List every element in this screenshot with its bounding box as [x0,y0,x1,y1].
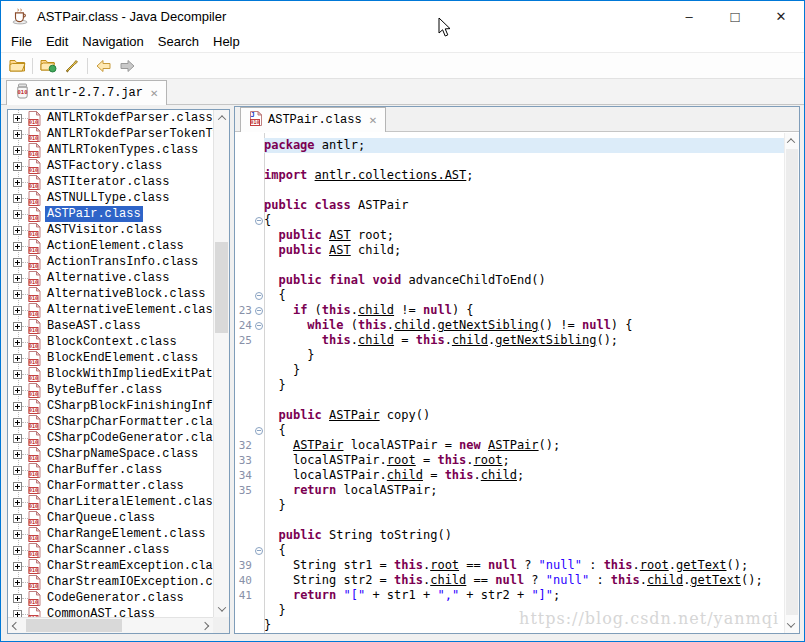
expand-plus-icon[interactable] [13,290,22,299]
tree-item[interactable]: 010CharStreamIOException.cl [8,574,213,590]
maximize-button[interactable]: □ [712,1,758,31]
expand-plus-icon[interactable] [13,178,22,187]
fold-collapse-icon[interactable] [255,217,263,225]
tree-item[interactable]: 010ANTLRTokdefParser.class [8,110,213,126]
close-icon[interactable]: ✕ [150,88,158,99]
tree-item[interactable]: 010CharLiteralElement.class [8,494,213,510]
tree-item[interactable]: 010CharFormatter.class [8,478,213,494]
scrollbar-thumb[interactable] [786,149,798,615]
forward-icon[interactable] [115,55,139,77]
menu-item-search[interactable]: Search [151,32,206,51]
expand-plus-icon[interactable] [13,386,22,395]
tree-item[interactable]: 010ASTFactory.class [8,158,213,174]
expand-plus-icon[interactable] [13,370,22,379]
tree-item[interactable]: 010BlockWithImpliedExitPath [8,366,213,382]
expand-plus-icon[interactable] [13,594,22,603]
expand-plus-icon[interactable] [13,546,22,555]
fold-collapse-icon[interactable] [255,427,263,435]
tree-item[interactable]: 010AlternativeBlock.class [8,286,213,302]
expand-plus-icon[interactable] [13,562,22,571]
scrollbar-thumb[interactable] [26,619,122,632]
tree-item[interactable]: 010ANTLRTokdefParserTokenTy [8,126,213,142]
scroll-up-icon[interactable] [214,110,230,126]
expand-plus-icon[interactable] [13,610,22,618]
tree-item[interactable]: 010CharScanner.class [8,542,213,558]
scroll-down-icon[interactable] [783,617,799,633]
expand-plus-icon[interactable] [13,274,22,283]
expand-plus-icon[interactable] [13,146,22,155]
fold-collapse-icon[interactable] [255,547,263,555]
expand-plus-icon[interactable] [13,530,22,539]
tree-item[interactable]: 010ANTLRTokenTypes.class [8,142,213,158]
code-editor[interactable]: package antlr;import antlr.collections.A… [235,133,799,633]
expand-plus-icon[interactable] [13,322,22,331]
search-icon[interactable] [60,55,84,77]
expand-plus-icon[interactable] [13,226,22,235]
tree-vertical-scrollbar[interactable] [213,110,229,617]
tree-item[interactable]: 010CodeGenerator.class [8,590,213,606]
tree-item[interactable]: 010CSharpCodeGenerator.clas [8,430,213,446]
open-type-icon[interactable] [36,55,60,77]
scroll-right-icon[interactable] [197,618,213,634]
fold-collapse-icon[interactable] [255,322,263,330]
expand-plus-icon[interactable] [13,418,22,427]
close-button[interactable]: ✕ [758,1,804,31]
tree-item[interactable]: 010BlockContext.class [8,334,213,350]
expand-plus-icon[interactable] [13,130,22,139]
close-icon[interactable]: ✕ [369,115,377,126]
tree-item[interactable]: 010CSharpCharFormatter.clas [8,414,213,430]
scroll-down-icon[interactable] [214,601,230,617]
tree-item[interactable]: 010CSharpBlockFinishingInfo [8,398,213,414]
tree-item[interactable]: 010ASTNULLType.class [8,190,213,206]
expand-plus-icon[interactable] [13,242,22,251]
scrollbar-thumb[interactable] [215,242,228,333]
fold-collapse-icon[interactable] [255,307,263,315]
tree-item[interactable]: 010BaseAST.class [8,318,213,334]
menu-item-navigation[interactable]: Navigation [75,32,150,51]
expand-plus-icon[interactable] [13,306,22,315]
expand-plus-icon[interactable] [13,338,22,347]
tree-item[interactable]: 010AlternativeElement.class [8,302,213,318]
back-icon[interactable] [91,55,115,77]
menu-item-help[interactable]: Help [206,32,247,51]
tree-item[interactable]: 010Alternative.class [8,270,213,286]
tree-item[interactable]: 010CharRangeElement.class [8,526,213,542]
expand-plus-icon[interactable] [13,466,22,475]
tree-item[interactable]: 010CharStreamException.clas [8,558,213,574]
expand-plus-icon[interactable] [13,514,22,523]
tab-astpair-class[interactable]: 010 J ASTPair.class ✕ [240,107,386,132]
tree-item[interactable]: 010BlockEndElement.class [8,350,213,366]
tree-item[interactable]: 010ASTPair.class [8,206,213,222]
menu-item-file[interactable]: File [4,32,39,51]
expand-plus-icon[interactable] [13,114,22,123]
fold-collapse-icon[interactable] [255,292,263,300]
tree-item[interactable]: 010ActionTransInfo.class [8,254,213,270]
tab-jar[interactable]: 010 antlr-2.7.7.jar ✕ [6,80,167,105]
tree-item[interactable]: 010ActionElement.class [8,238,213,254]
scroll-up-icon[interactable] [783,133,799,149]
expand-plus-icon[interactable] [13,258,22,267]
minimize-button[interactable]: – [666,1,712,31]
expand-plus-icon[interactable] [13,194,22,203]
expand-plus-icon[interactable] [13,498,22,507]
expand-plus-icon[interactable] [13,450,22,459]
scroll-left-icon[interactable] [8,618,24,634]
expand-plus-icon[interactable] [13,210,22,219]
tree-item[interactable]: 010CommonAST.class [8,606,213,617]
open-file-icon[interactable] [5,55,29,77]
expand-plus-icon[interactable] [13,482,22,491]
tree-item[interactable]: 010CSharpNameSpace.class [8,446,213,462]
expand-plus-icon[interactable] [13,434,22,443]
tree-item[interactable]: 010ASTIterator.class [8,174,213,190]
tree-item[interactable]: 010ASTVisitor.class [8,222,213,238]
tree-horizontal-scrollbar[interactable] [8,617,213,633]
expand-plus-icon[interactable] [13,354,22,363]
editor-vertical-scrollbar[interactable] [784,133,799,633]
tree-item[interactable]: 010CharBuffer.class [8,462,213,478]
expand-plus-icon[interactable] [13,162,22,171]
expand-plus-icon[interactable] [13,402,22,411]
tree-item[interactable]: 010CharQueue.class [8,510,213,526]
tree-item[interactable]: 010ByteBuffer.class [8,382,213,398]
expand-plus-icon[interactable] [13,578,22,587]
menu-item-edit[interactable]: Edit [39,32,75,51]
